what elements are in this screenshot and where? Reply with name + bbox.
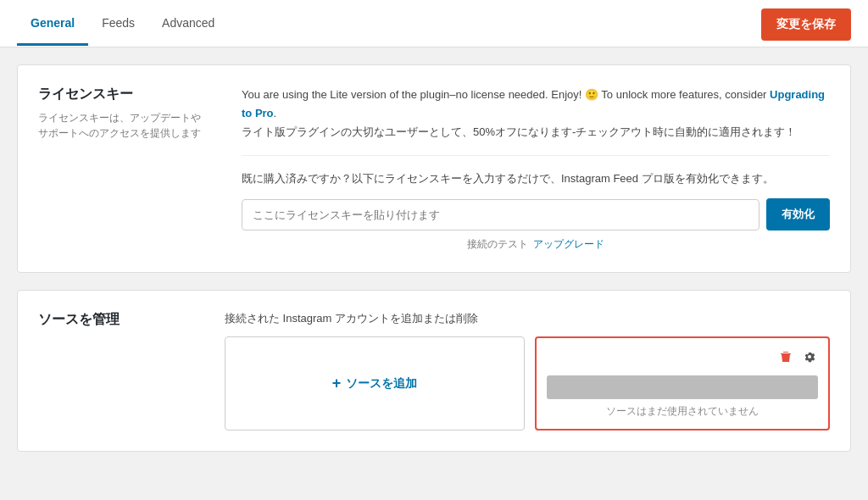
source-item-box: ソースはまだ使用されていません [535, 336, 830, 431]
plus-icon: + [332, 375, 342, 392]
license-card: ライセンスキー ライセンスキーは、アップデートやサポートへのアクセスを提供します… [17, 64, 851, 273]
license-input-row: 有効化 [242, 198, 830, 231]
license-heading: ライセンスキー [38, 86, 208, 103]
license-card-right: You are using the Lite version of the pl… [242, 86, 830, 252]
source-card-left: ソースを管理 [38, 311, 191, 431]
source-boxes: + ソースを追加 [225, 336, 830, 431]
license-info-text2: ライト版プラグインの大切なユーザーとして、50%オフになります-チェックアウト時… [242, 125, 796, 138]
source-card-right: 接続された Instagram アカウントを追加または削除 + ソースを追加 [225, 311, 830, 431]
license-info-text1: You are using the Lite version of the pl… [242, 88, 770, 101]
content-area: ライセンスキー ライセンスキーは、アップデートやサポートへのアクセスを提供します… [0, 47, 868, 486]
trash-icon [779, 350, 793, 364]
divider [242, 155, 830, 156]
connection-test-label: 接続のテスト [467, 238, 528, 250]
settings-source-button[interactable] [801, 348, 818, 369]
activate-button[interactable]: 有効化 [766, 198, 830, 231]
already-purchased-text: 既に購入済みですか？以下にライセンスキーを入力するだけで、Instagram F… [242, 169, 830, 188]
license-info: You are using the Lite version of the pl… [242, 86, 830, 142]
upgrade-link[interactable]: アップグレード [533, 238, 604, 250]
license-description: ライセンスキーは、アップデートやサポートへのアクセスを提供します [38, 110, 208, 141]
tab-feeds[interactable]: Feeds [88, 3, 148, 46]
license-card-left: ライセンスキー ライセンスキーは、アップデートやサポートへのアクセスを提供します [38, 86, 208, 252]
source-heading: ソースを管理 [38, 311, 191, 329]
tab-advanced[interactable]: Advanced [148, 3, 228, 46]
source-card: ソースを管理 接続された Instagram アカウントを追加または削除 + ソ… [17, 290, 851, 452]
page-wrapper: General Feeds Advanced 変更を保存 ライセンスキー ライセ… [0, 0, 868, 500]
tab-general[interactable]: General [17, 3, 88, 46]
delete-source-button[interactable] [777, 348, 794, 369]
source-description: 接続された Instagram アカウントを追加または削除 [225, 311, 830, 326]
gear-icon [803, 350, 816, 364]
connection-test-row: 接続のテスト アップグレード [242, 237, 830, 252]
source-thumbnail [547, 375, 818, 399]
source-item-header [547, 348, 818, 369]
add-source-box[interactable]: + ソースを追加 [225, 336, 525, 431]
license-key-input[interactable] [242, 199, 760, 231]
add-source-label: ソースを追加 [346, 376, 417, 392]
tabs-header: General Feeds Advanced 変更を保存 [0, 0, 868, 47]
source-not-used-label: ソースはまだ使用されていません [547, 404, 818, 419]
save-button[interactable]: 変更を保存 [761, 8, 851, 41]
